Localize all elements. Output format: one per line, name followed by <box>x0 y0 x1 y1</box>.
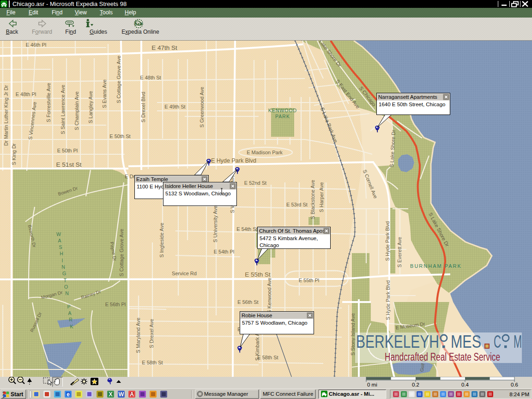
svg-text:E 58th St: E 58th St <box>142 360 163 365</box>
svg-text:E 46th Pl: E 46th Pl <box>26 42 47 48</box>
svg-text:I: I <box>62 258 63 263</box>
svg-text:A: A <box>130 391 134 398</box>
svg-text:S Maryland Ave: S Maryland Ave <box>135 318 141 353</box>
svg-text:G: G <box>62 271 66 276</box>
svg-text:E 48th Pl: E 48th Pl <box>16 91 36 97</box>
svg-text:5757 S Woodlawn, Chicago: 5757 S Woodlawn, Chicago <box>242 320 308 326</box>
svg-text:1640 E 50th Street, Chicago: 1640 E 50th Street, Chicago <box>379 102 446 107</box>
svg-text:0.4: 0.4 <box>461 382 469 387</box>
svg-text:O: O <box>64 284 68 290</box>
svg-text:e: e <box>66 391 70 398</box>
svg-text:5472 S Kimbark Avenue,: 5472 S Kimbark Avenue, <box>260 236 318 241</box>
svg-text:BERKELEYH: BERKELEYH <box>356 332 439 351</box>
svg-text:S Ingleside Ave: S Ingleside Ave <box>159 223 164 258</box>
svg-text:M: M <box>514 332 522 351</box>
svg-text:E 56th Pl: E 56th Pl <box>105 302 126 307</box>
svg-text:KENWOOD: KENWOOD <box>268 108 297 113</box>
svg-text:E 48th St: E 48th St <box>140 75 161 80</box>
svg-text:S Blackstone Ave: S Blackstone Ave <box>310 180 315 219</box>
svg-text:A: A <box>58 238 61 243</box>
svg-text:0 mi: 0 mi <box>367 382 377 387</box>
svg-text:T: T <box>64 278 67 283</box>
svg-text:C: C <box>494 332 501 351</box>
svg-text:Dr Martin Luther King Jr Dr: Dr Martin Luther King Jr Dr <box>3 85 9 146</box>
svg-text:S Stony Island Ave: S Stony Island Ave <box>350 313 356 356</box>
svg-text:S Drexel Ave: S Drexel Ave <box>149 319 154 348</box>
svg-text:N: N <box>61 264 65 270</box>
svg-text:Message Manager: Message Manager <box>204 391 248 397</box>
svg-text:S Hyde Park Blvd: S Hyde Park Blvd <box>385 280 391 320</box>
svg-text:N: N <box>65 290 69 296</box>
svg-text:E Madison Park: E Madison Park <box>247 150 283 155</box>
svg-text:Narragansett Apartments: Narragansett Apartments <box>378 94 437 100</box>
svg-text:P: P <box>67 304 70 309</box>
svg-text:E Dr: E Dr <box>125 174 135 179</box>
svg-text:Start: Start <box>11 391 23 398</box>
svg-text:S Drexel Blvd: S Drexel Blvd <box>140 92 146 123</box>
svg-text:E 53rd St: E 53rd St <box>286 202 308 207</box>
svg-text:S Champlain Ave: S Champlain Ave <box>74 91 79 130</box>
svg-text:X: X <box>109 391 112 398</box>
svg-text:Robie House: Robie House <box>242 313 272 318</box>
svg-text:PARK: PARK <box>275 114 290 119</box>
svg-text:8:24 PM: 8:24 PM <box>509 392 529 397</box>
svg-text:S Harper Ave: S Harper Ave <box>319 182 324 212</box>
svg-text:0.6: 0.6 <box>511 382 518 387</box>
svg-text:Isidore Heller House: Isidore Heller House <box>165 183 213 189</box>
svg-text:S Evans Ave: S Evans Ave <box>102 79 107 108</box>
svg-text:E 50th St: E 50th St <box>109 133 130 139</box>
svg-text:E 50th Pl: E 50th Pl <box>57 148 78 153</box>
svg-text:Ezaih Temple: Ezaih Temple <box>136 176 168 182</box>
svg-text:S Cottage Grove Ave: S Cottage Grove Ave <box>119 229 124 276</box>
svg-text:Service Rd: Service Rd <box>172 271 197 276</box>
svg-text:S Everett Ave: S Everett Ave <box>397 237 402 267</box>
svg-text:E 55th St: E 55th St <box>245 271 271 278</box>
svg-text:S Saint Lawrence Ave: S Saint Lawrence Ave <box>60 85 66 134</box>
svg-text:MFC Connect Failure: MFC Connect Failure <box>263 391 313 397</box>
svg-text:Handcrafted Real Estate Servic: Handcrafted Real Estate Service <box>385 351 500 363</box>
svg-text:E 56th St: E 56th St <box>237 299 258 305</box>
svg-text:K: K <box>70 324 73 329</box>
svg-text:S Cottage Grove Ave: S Cottage Grove Ave <box>116 55 121 103</box>
svg-text:E 51st St: E 51st St <box>56 161 82 168</box>
svg-text:5132 S Woodlawn, Chicago: 5132 S Woodlawn, Chicago <box>165 191 231 196</box>
svg-text:S Forrestville Ave: S Forrestville Ave <box>46 83 51 122</box>
svg-text:S: S <box>59 244 62 250</box>
svg-text:E 54th St: E 54th St <box>236 226 257 232</box>
svg-text:A: A <box>68 310 71 316</box>
svg-text:H: H <box>60 251 63 256</box>
svg-text:E 52nd St: E 52nd St <box>244 180 266 186</box>
svg-text:E 47th St: E 47th St <box>151 44 177 51</box>
svg-text:W: W <box>119 391 124 398</box>
svg-text:S Greenwood Ave: S Greenwood Ave <box>199 87 205 127</box>
svg-text:Chicago: Chicago <box>260 242 279 248</box>
svg-text:S University Ave: S University Ave <box>212 206 218 242</box>
svg-text:S King Dr: S King Dr <box>11 143 17 165</box>
svg-text:E 49th St: E 49th St <box>164 104 185 109</box>
svg-text:BURNHAM PARK: BURNHAM PARK <box>410 263 462 269</box>
svg-text:E 58th St: E 58th St <box>257 355 278 360</box>
svg-text:W: W <box>56 231 61 237</box>
svg-text:0.2: 0.2 <box>412 382 419 387</box>
svg-text:E 55th Pl: E 55th Pl <box>299 278 320 283</box>
svg-text:S Hyde Park Blvd: S Hyde Park Blvd <box>385 221 390 261</box>
svg-text:R: R <box>69 317 73 322</box>
svg-text:EXP: EXP <box>134 22 142 26</box>
svg-text:E Hyde Park Blvd: E Hyde Park Blvd <box>211 157 256 164</box>
svg-text:S Kenwood Ave: S Kenwood Ave <box>266 278 272 313</box>
svg-text:Church Of St. Thomas Apost: Church Of St. Thomas Apost <box>259 228 327 234</box>
svg-text:MES: MES <box>451 332 481 351</box>
svg-text:E 54th Pl: E 54th Pl <box>214 249 235 254</box>
svg-text:S Langley Ave: S Langley Ave <box>88 91 93 123</box>
svg-text:Chicago.asr - Mi...: Chicago.asr - Mi... <box>329 391 374 397</box>
